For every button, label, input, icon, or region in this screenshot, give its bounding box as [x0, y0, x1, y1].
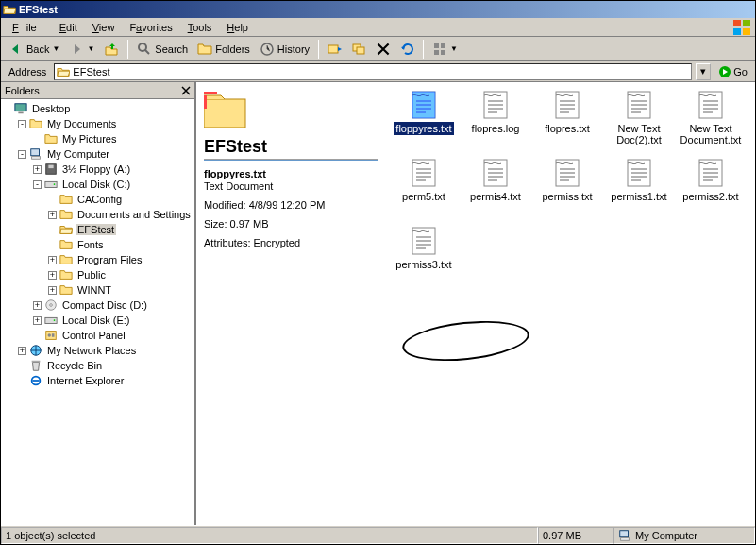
tree-node[interactable]: EFStest: [3, 222, 193, 237]
status-location: My Computer: [613, 527, 755, 544]
forward-button[interactable]: ▼: [65, 40, 98, 59]
expand-icon[interactable]: +: [18, 347, 26, 355]
menu-edit[interactable]: Edit: [52, 20, 85, 35]
folder-tree[interactable]: Desktop-My DocumentsMy Pictures-My Compu…: [1, 99, 194, 525]
file-item[interactable]: permis4.txt: [461, 158, 530, 224]
history-button[interactable]: History: [256, 40, 313, 59]
explorer-window: EFStest File Edit View Favorites Tools H…: [0, 0, 756, 545]
file-grid[interactable]: floppyres.txtflopres.logflopres.txtNew T…: [385, 82, 755, 525]
tree-node[interactable]: Recycle Bin: [3, 358, 193, 373]
file-label: permiss3.txt: [394, 258, 453, 271]
titlebar[interactable]: EFStest: [1, 1, 755, 18]
menu-help[interactable]: Help: [219, 20, 256, 35]
tree-node-label: Internet Explorer: [45, 375, 126, 386]
file-item[interactable]: New Text Document.txt: [676, 90, 746, 156]
selected-file-modified: Modified: 4/8/99 12:20 PM: [204, 199, 378, 211]
up-icon: [104, 42, 119, 57]
tree-spacer: [33, 135, 42, 144]
close-icon[interactable]: [181, 86, 191, 95]
file-item[interactable]: permiss3.txt: [389, 226, 459, 292]
tree-node-label: My Network Places: [45, 345, 138, 356]
copy-to-button[interactable]: [348, 40, 371, 59]
expand-icon[interactable]: +: [48, 256, 57, 264]
menubar: File Edit View Favorites Tools Help: [1, 18, 755, 37]
undo-button[interactable]: [395, 40, 418, 59]
svg-rect-31: [204, 99, 245, 128]
file-item[interactable]: New Text Doc(2).txt: [604, 90, 674, 156]
expand-icon[interactable]: +: [33, 165, 42, 174]
folders-pane-title: Folders: [5, 85, 40, 96]
tree-node[interactable]: +Public: [3, 267, 193, 282]
cpl-icon: [44, 329, 58, 342]
file-item[interactable]: perm5.txt: [389, 158, 459, 224]
info-panel: EFStest floppyres.txt Text Document Modi…: [196, 82, 385, 525]
svg-rect-26: [434, 43, 439, 48]
expand-icon[interactable]: +: [33, 301, 42, 310]
tree-node[interactable]: -Local Disk (C:): [3, 177, 193, 192]
file-label: permiss2.txt: [680, 190, 740, 203]
tree-node[interactable]: +My Network Places: [3, 343, 193, 358]
undo-icon: [399, 42, 414, 57]
tree-node-label: EFStest: [76, 224, 116, 235]
file-view: EFStest floppyres.txt Text Document Modi…: [196, 82, 755, 525]
search-button[interactable]: Search: [133, 40, 192, 59]
file-label: permiss1.txt: [609, 190, 668, 203]
tree-node-label: Public: [76, 269, 108, 281]
file-item[interactable]: flopres.txt: [532, 90, 602, 156]
toolbar-separator: [423, 40, 424, 59]
tree-node[interactable]: -My Computer: [3, 146, 193, 162]
text-file-icon: [696, 90, 726, 120]
tree-spacer: [33, 332, 42, 340]
network-icon: [29, 344, 42, 357]
file-item[interactable]: floppyres.txt: [389, 90, 459, 156]
file-item[interactable]: permiss1.txt: [604, 158, 674, 224]
go-button[interactable]: Go: [714, 64, 751, 79]
menu-view[interactable]: View: [85, 20, 123, 35]
delete-button[interactable]: [373, 41, 394, 58]
folder-icon: [29, 117, 42, 130]
tree-node[interactable]: Control Panel: [3, 328, 193, 343]
menu-tools[interactable]: Tools: [180, 20, 220, 35]
tree-node[interactable]: Internet Explorer: [3, 373, 193, 388]
collapse-icon[interactable]: -: [18, 120, 26, 128]
tree-node[interactable]: Fonts: [3, 237, 193, 252]
tree-node-label: Desktop: [30, 103, 72, 114]
menu-file[interactable]: File: [5, 20, 52, 35]
tree-node[interactable]: -My Documents: [3, 116, 193, 131]
menu-favorites[interactable]: Favorites: [122, 20, 179, 35]
text-file-icon: [624, 90, 654, 120]
text-file-icon: [696, 158, 726, 188]
tree-node-label: My Documents: [45, 118, 118, 129]
back-icon: [8, 42, 24, 57]
folder-icon: [59, 208, 73, 221]
collapse-icon[interactable]: -: [33, 180, 42, 189]
tree-node[interactable]: +Compact Disc (D:): [3, 298, 193, 313]
file-item[interactable]: permiss2.txt: [676, 158, 746, 224]
tree-node[interactable]: My Pictures: [3, 131, 193, 146]
address-dropdown-button[interactable]: ▾: [696, 63, 711, 80]
tree-node[interactable]: +3½ Floppy (A:): [3, 162, 193, 177]
expand-icon[interactable]: +: [48, 286, 57, 295]
expand-icon[interactable]: +: [48, 211, 57, 219]
text-file-icon: [409, 158, 439, 188]
tree-spacer: [48, 196, 57, 204]
folders-button[interactable]: Folders: [193, 40, 254, 59]
collapse-icon[interactable]: -: [18, 150, 26, 159]
tree-node[interactable]: +Program Files: [3, 252, 193, 267]
tree-node-label: Compact Disc (D:): [60, 299, 149, 311]
recycle-icon: [29, 359, 42, 372]
tree-node[interactable]: +WINNT: [3, 282, 193, 298]
file-item[interactable]: flopres.log: [461, 90, 530, 156]
move-to-button[interactable]: [324, 40, 346, 59]
back-button[interactable]: Back ▼: [5, 40, 63, 59]
views-button[interactable]: ▼: [428, 40, 462, 59]
expand-icon[interactable]: +: [48, 271, 57, 280]
up-button[interactable]: [100, 40, 123, 59]
tree-node[interactable]: Desktop: [3, 101, 193, 116]
address-input[interactable]: EFStest: [54, 63, 692, 80]
tree-node[interactable]: CAConfig: [3, 192, 193, 207]
tree-node[interactable]: +Documents and Settings: [3, 207, 193, 222]
expand-icon[interactable]: +: [33, 316, 42, 325]
tree-node[interactable]: +Local Disk (E:): [3, 313, 193, 328]
file-item[interactable]: permiss.txt: [532, 158, 602, 224]
